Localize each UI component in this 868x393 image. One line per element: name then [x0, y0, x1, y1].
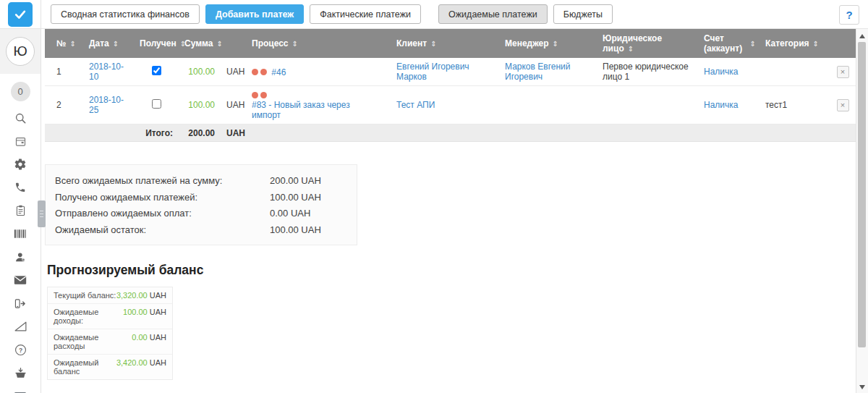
search-icon[interactable] [13, 111, 27, 125]
status-dot-icon [260, 69, 267, 75]
received-checkbox[interactable] [152, 66, 161, 75]
table-row: 2 2018-10-25 100.00 UAH #83 - Новый зака… [45, 86, 856, 124]
forecast-row: Ожидаемые расходы0.00 UAH [48, 329, 172, 355]
tab-actual-payments[interactable]: Фактические платежи [310, 4, 421, 24]
calendar-icon[interactable] [13, 134, 27, 148]
help-button[interactable]: ? [839, 5, 859, 25]
summary-row: Отправлено ожидаемых оплат:0.00 UAH [55, 206, 349, 222]
tab-add-payment[interactable]: Добавить платеж [205, 4, 304, 24]
cell-process: #83 - Новый заказ через импорт [246, 86, 391, 124]
col-header-account[interactable]: Счет (аккаунт) [698, 29, 760, 58]
forecast-currency: UAH [148, 358, 166, 367]
forecast-label: Ожидаемый баланс [54, 358, 116, 376]
summary-label: Ожидаемый остаток: [55, 222, 270, 239]
sidebar: Ю 0 [0, 29, 41, 393]
account-link[interactable]: Наличка [704, 67, 738, 77]
cell-category [760, 58, 828, 86]
summary-row: Ожидаемый остаток:100.00 UAH [55, 222, 349, 239]
client-link[interactable]: Тест АПИ [396, 100, 435, 110]
received-checkbox[interactable] [152, 99, 161, 109]
tab-finance-summary[interactable]: Сводная статистика финансов [51, 4, 200, 24]
forecast-amount: 3,420.00 [116, 358, 148, 367]
table-header-row: № Дата Получен Сумма Процесс Клиент Мене… [45, 29, 856, 58]
vertical-scrollbar[interactable] [856, 29, 868, 393]
col-header-client[interactable]: Клиент [391, 29, 499, 58]
monitor-icon[interactable] [13, 389, 27, 393]
sip-phone-icon[interactable] [13, 296, 27, 310]
cell-amount: 100.00 [179, 86, 221, 124]
date-link[interactable]: 2018-10-25 [89, 95, 124, 115]
remove-payment-button[interactable]: × [837, 66, 849, 78]
summary-label: Отправлено ожидаемых оплат: [55, 206, 270, 222]
col-label: Менеджер [505, 38, 549, 48]
cell-process: #46 [246, 58, 391, 86]
notifications-badge[interactable]: 0 [11, 82, 30, 101]
barcode-icon[interactable] [13, 227, 27, 241]
forecast-balance-table: Текущий баланс:3,320.00 UAH Ожидаемые до… [47, 287, 173, 380]
col-header-num[interactable]: № [45, 29, 83, 58]
client-link[interactable]: Евгений Игоревич Марков [396, 62, 469, 82]
sidebar-drag-handle[interactable] [38, 200, 46, 227]
cell-received [134, 58, 179, 86]
cell-client: Евгений Игоревич Марков [391, 58, 499, 86]
col-header-actions [828, 29, 856, 58]
tab-expected-payments[interactable]: Ожидаемые платежи [438, 4, 548, 24]
forecast-row: Ожидаемые доходы:100.00 UAH [48, 304, 172, 329]
total-currency: UAH [221, 124, 246, 142]
summary-label: Всего ожидаемых платежей на сумму: [55, 173, 270, 190]
forecast-row: Ожидаемый баланс3,420.00 UAH [48, 355, 172, 379]
cell-account: Наличка [698, 86, 760, 124]
forecast-amount: 3,320.00 [116, 291, 148, 300]
tab-budgets[interactable]: Бюджеты [553, 4, 613, 24]
col-label: Клиент [396, 38, 427, 48]
cell-manager [499, 86, 597, 124]
status-dot-icon [252, 92, 258, 98]
col-label: Получен [140, 38, 176, 48]
forecast-amount: 0.00 [132, 333, 147, 342]
col-header-process[interactable]: Процесс [246, 29, 391, 58]
process-link[interactable]: #46 [271, 67, 286, 77]
sort-icon [809, 38, 819, 48]
col-header-date[interactable]: Дата [83, 29, 134, 58]
date-link[interactable]: 2018-10-10 [89, 62, 124, 82]
cell-actions: × [828, 58, 856, 86]
main-content: № Дата Получен Сумма Процесс Клиент Мене… [41, 29, 856, 393]
phone-icon[interactable] [13, 180, 27, 195]
forecast-label: Ожидаемые доходы: [54, 308, 123, 325]
gear-icon[interactable] [13, 157, 27, 172]
col-header-received[interactable]: Получен [134, 29, 179, 58]
table-row: 1 2018-10-10 100.00 UAH #46 Евгений Игор… [45, 58, 856, 86]
app-logo[interactable] [8, 2, 33, 27]
clipboard-icon[interactable] [13, 203, 27, 218]
col-header-legal[interactable]: Юридическое лицо [597, 29, 698, 58]
cell-legal [597, 86, 698, 124]
cell-num: 2 [45, 86, 83, 124]
scroll-down-arrow-icon[interactable] [859, 385, 865, 389]
col-label: Счет (аккаунт) [704, 33, 747, 54]
manager-link[interactable]: Марков Евгений Игоревич [505, 62, 570, 82]
triangle-icon[interactable] [13, 319, 27, 334]
person-icon[interactable] [13, 250, 27, 264]
account-link[interactable]: Наличка [704, 100, 738, 110]
cell-currency: UAH [221, 58, 246, 86]
basket-import-icon[interactable] [13, 365, 27, 380]
checkmark-icon [13, 7, 27, 22]
total-amount: 200.00 [179, 124, 221, 142]
mail-icon[interactable] [13, 273, 27, 287]
remove-payment-button[interactable]: × [837, 99, 849, 111]
scrollbar-thumb[interactable] [858, 42, 866, 347]
col-header-manager[interactable]: Менеджер [499, 29, 597, 58]
sort-icon [176, 38, 186, 48]
col-header-category[interactable]: Категория [760, 29, 828, 58]
cell-actions: × [828, 86, 856, 124]
forecast-row: Текущий баланс:3,320.00 UAH [48, 287, 172, 304]
help-icon[interactable]: ? [13, 342, 27, 357]
app-root: Сводная статистика финансов Добавить пла… [0, 0, 868, 393]
forecast-currency: UAH [148, 308, 166, 316]
summary-value: 0.00 UAH [270, 208, 310, 219]
summary-value: 100.00 UAH [270, 192, 321, 203]
avatar[interactable]: Ю [6, 37, 35, 66]
cell-account: Наличка [698, 58, 760, 86]
process-link[interactable]: #83 - Новый заказ через импорт [252, 100, 367, 120]
scroll-up-arrow-icon[interactable] [859, 34, 865, 38]
